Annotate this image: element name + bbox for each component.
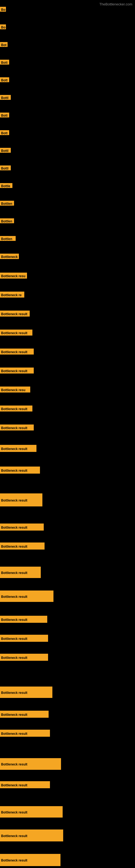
bottleneck-result-item: Bottleneck result: [0, 368, 34, 373]
bottleneck-result-item: Bottlen: [0, 218, 14, 223]
bottleneck-result-item: Bottleneck result: [0, 405, 32, 411]
bottleneck-result-item: Bottl: [0, 165, 11, 170]
bottleneck-result-item: Bottleneck result: [0, 730, 50, 737]
bottleneck-result-item: Bot: [0, 42, 8, 47]
bottleneck-result-item: Bottle: [0, 183, 12, 188]
bottleneck-result-item: Bottleneck result: [0, 635, 48, 642]
bottleneck-result-item: Bottlen: [0, 236, 16, 241]
bottleneck-result-item: Bottl: [0, 95, 11, 100]
bottleneck-result-item: Bottleneck resu: [0, 273, 27, 279]
bottleneck-result-item: Bottleneck: [0, 254, 19, 259]
bottleneck-result-item: Bottleneck result: [0, 590, 53, 602]
bottleneck-result-item: Bott: [0, 113, 9, 118]
bottleneck-result-item: Bottleneck result: [0, 616, 47, 623]
bottleneck-result-item: Bottlen: [0, 201, 14, 206]
bottleneck-result-item: Bo: [0, 7, 6, 12]
bottleneck-result-item: Bottleneck result: [0, 781, 50, 788]
bottleneck-result-item: Bottleneck resu: [0, 386, 30, 393]
bottleneck-result-item: Bottleneck result: [0, 311, 30, 316]
bottleneck-result-item: Bottleneck result: [0, 524, 44, 531]
bottleneck-result-item: Bottleneck result: [0, 425, 34, 431]
bottleneck-result-item: Bott: [0, 77, 9, 82]
bottleneck-result-item: Bott: [0, 60, 9, 65]
bottleneck-result-item: Bottl: [0, 148, 11, 153]
bottleneck-result-item: Bottleneck result: [0, 567, 41, 578]
bottleneck-result-item: Bottleneck result: [0, 445, 37, 452]
bottleneck-result-item: Bottleneck re: [0, 291, 24, 298]
bottleneck-result-item: Bott: [0, 130, 9, 135]
bottleneck-result-item: Bottleneck result: [0, 854, 60, 866]
bottleneck-result-item: Bottleneck result: [0, 330, 32, 336]
bottleneck-result-item: Bottleneck result: [0, 806, 63, 817]
site-title: TheBottlenecker.com: [99, 2, 132, 6]
bottleneck-result-item: Bottleneck result: [0, 348, 34, 354]
bottleneck-result-item: Bottleneck result: [0, 467, 40, 474]
bottleneck-result-item: Bottleneck result: [0, 758, 61, 770]
bottleneck-result-item: Bottleneck result: [0, 830, 63, 841]
bottleneck-result-item: Bo: [0, 24, 6, 29]
bottleneck-result-item: Bottleneck result: [0, 542, 45, 550]
bottleneck-result-item: Bottleneck result: [0, 711, 49, 718]
bottleneck-result-item: Bottleneck result: [0, 493, 42, 506]
bottleneck-result-item: Bottleneck result: [0, 654, 48, 661]
bottleneck-result-item: Bottleneck result: [0, 686, 52, 698]
